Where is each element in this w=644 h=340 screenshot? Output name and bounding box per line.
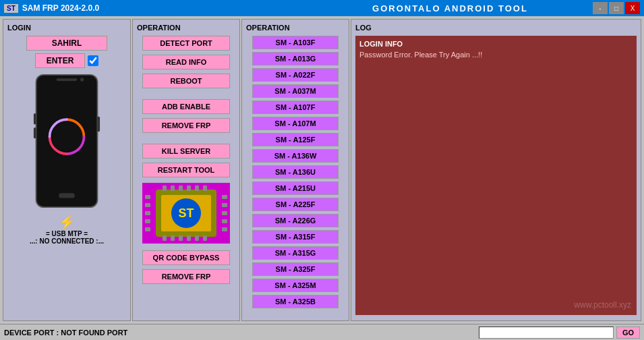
titlebar: ST SAM FRP 2024-2.0.0 GORONTALO ANDROID …	[0, 0, 644, 16]
device-button[interactable]: SM - A103F	[252, 36, 339, 49]
svg-rect-30	[145, 227, 150, 231]
close-button[interactable]: X	[625, 2, 640, 14]
svg-rect-14	[163, 186, 167, 191]
device-list[interactable]: SM - A103FSM - A013GSM - A022FSM - A037M…	[246, 36, 345, 312]
svg-rect-34	[222, 219, 227, 223]
kill-server-button[interactable]: KILL SERVER	[142, 144, 230, 159]
device-button[interactable]: SM - A037M	[252, 84, 339, 98]
device-button[interactable]: SM - A107F	[252, 101, 339, 114]
svg-rect-26	[145, 195, 150, 199]
device-button[interactable]: SM - A107M	[252, 117, 339, 130]
svg-rect-6	[97, 117, 100, 132]
svg-rect-15	[171, 186, 175, 191]
svg-rect-24	[195, 235, 199, 241]
brand-text: GORONTALO ANDROID TOOL	[308, 3, 593, 13]
svg-rect-22	[179, 235, 183, 241]
remove-frp-button-1[interactable]: REMOVE FRP	[142, 118, 230, 133]
usb-label: = USB MTP =	[7, 230, 126, 237]
device-button[interactable]: SM - A325M	[252, 279, 339, 292]
svg-rect-1	[39, 84, 94, 189]
go-button[interactable]: GO	[616, 327, 640, 339]
minimize-button[interactable]: -	[593, 2, 608, 14]
enter-button[interactable]: ENTER	[35, 53, 86, 68]
remember-checkbox[interactable]	[88, 55, 98, 66]
svg-rect-20	[163, 235, 167, 241]
device-button[interactable]: SM - A315G	[252, 246, 339, 260]
svg-rect-33	[222, 211, 227, 215]
detect-port-button[interactable]: DETECT PORT	[142, 36, 230, 51]
log-area: LOGIN INFO Password Error. Please Try Ag…	[355, 36, 637, 315]
device-button[interactable]: SM - A125F	[252, 133, 339, 146]
operation1-title: OPERATION	[137, 24, 235, 32]
no-connected-label: ...: NO CONNECTED :...	[7, 237, 126, 245]
app-icon: ST	[4, 4, 18, 13]
svg-rect-21	[171, 235, 175, 241]
svg-rect-28	[145, 211, 150, 215]
window-controls: - □ X	[593, 2, 640, 14]
svg-text:ST: ST	[178, 206, 194, 220]
svg-rect-8	[34, 128, 36, 138]
chip-container: ST	[137, 183, 235, 244]
device-button[interactable]: SM - A225F	[252, 198, 339, 211]
status-input[interactable]	[479, 327, 614, 339]
qr-code-bypass-button[interactable]: QR CODE BYPASS	[142, 250, 230, 265]
read-info-button[interactable]: READ INFO	[142, 55, 230, 69]
svg-rect-32	[222, 203, 227, 207]
adb-enable-button[interactable]: ADB ENABLE	[142, 99, 230, 114]
device-button[interactable]: SM - A226G	[252, 214, 339, 227]
svg-rect-4	[59, 193, 75, 198]
device-button[interactable]: SM - A215U	[252, 181, 339, 195]
svg-rect-29	[145, 219, 150, 223]
restart-tool-button[interactable]: RESTART TOOL	[142, 163, 230, 177]
operation-panel-2: OPERATION SM - A103FSM - A013GSM - A022F…	[241, 19, 349, 321]
device-button[interactable]: SM - A136U	[252, 165, 339, 179]
device-port-status: DEVICE PORT : NOT FOUND PORT	[4, 329, 479, 337]
restore-button[interactable]: □	[609, 2, 624, 14]
operation-panel-1: OPERATION DETECT PORT READ INFO REBOOT A…	[132, 19, 240, 321]
svg-rect-16	[179, 186, 183, 191]
enter-row: ENTER	[7, 53, 126, 68]
svg-rect-2	[57, 78, 78, 81]
svg-rect-31	[222, 195, 227, 199]
main-content: LOGIN SAHIRL ENTER	[0, 16, 644, 324]
usb-icon: ⚡	[7, 214, 126, 230]
username-button[interactable]: SAHIRL	[26, 36, 107, 51]
chip-image: ST	[142, 183, 230, 244]
app-title: SAM FRP 2024-2.0.0	[22, 3, 308, 13]
svg-rect-27	[145, 203, 150, 207]
svg-rect-19	[203, 186, 207, 191]
device-button[interactable]: SM - A013G	[252, 52, 339, 65]
remove-frp-button-2[interactable]: REMOVE FRP	[142, 269, 230, 284]
device-button[interactable]: SM - A136W	[252, 149, 339, 163]
svg-point-3	[80, 78, 84, 81]
device-button[interactable]: SM - A315F	[252, 230, 339, 244]
reboot-button[interactable]: REBOOT	[142, 74, 230, 88]
log-info-title: LOGIN INFO	[359, 40, 633, 48]
watermark: www.pctooll.xyz	[574, 300, 631, 310]
svg-rect-17	[187, 186, 191, 191]
device-button[interactable]: SM - A325F	[252, 262, 339, 276]
phone-container	[7, 74, 126, 208]
svg-rect-35	[222, 227, 227, 231]
svg-rect-7	[34, 113, 36, 124]
operation2-title: OPERATION	[246, 24, 345, 32]
device-button[interactable]: SM - A325B	[252, 295, 339, 308]
login-title: LOGIN	[7, 24, 126, 32]
usb-area: ⚡ = USB MTP = ...: NO CONNECTED :...	[7, 214, 126, 245]
device-button[interactable]: SM - A022F	[252, 68, 339, 82]
status-right: GO	[479, 327, 640, 339]
svg-rect-25	[203, 235, 207, 241]
svg-rect-18	[195, 186, 199, 191]
log-panel: LOG LOGIN INFO Password Error. Please Tr…	[351, 19, 641, 321]
statusbar: DEVICE PORT : NOT FOUND PORT GO	[0, 324, 644, 340]
svg-rect-23	[187, 235, 191, 241]
login-panel: LOGIN SAHIRL ENTER	[3, 19, 131, 321]
log-message: Password Error. Please Try Again ...!!	[359, 51, 633, 59]
log-title: LOG	[355, 24, 637, 32]
phone-image	[30, 74, 104, 208]
